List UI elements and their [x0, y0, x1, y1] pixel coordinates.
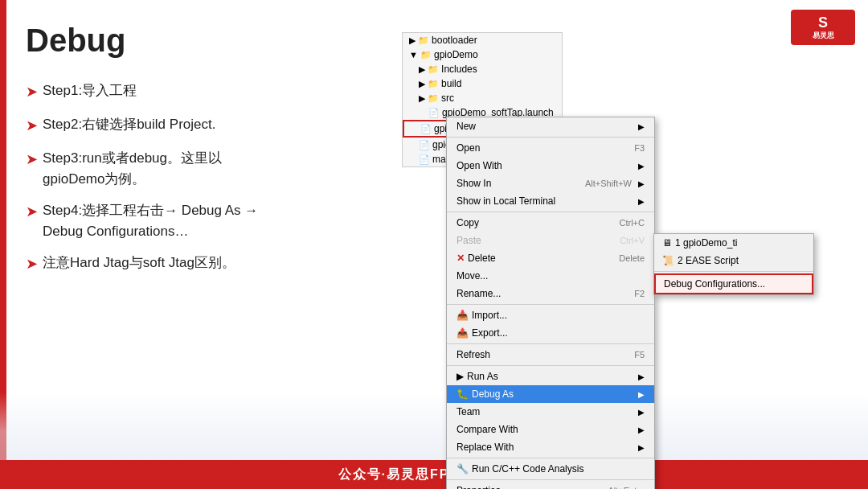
menu-arrow-show-terminal: ▶: [638, 197, 645, 206]
file-icon-gpiode: 📄: [420, 124, 432, 134]
step-text-5: 注意Hard Jtag与soft Jtag区别。: [43, 253, 379, 273]
menu-separator-3: [447, 304, 654, 305]
import-icon: 📥: [457, 310, 469, 321]
menu-item-import[interactable]: 📥 Import...: [447, 306, 654, 324]
tree-item-includes[interactable]: ▶ 📁 Includes: [403, 62, 562, 76]
menu-item-show-in[interactable]: Show In Alt+Shift+W ▶: [447, 175, 654, 192]
page-title: Debug: [26, 23, 125, 59]
menu-item-open[interactable]: Open F3: [447, 139, 654, 157]
file-icon-launch: 📄: [428, 108, 440, 118]
menu-arrow-new: ▶: [638, 122, 645, 131]
menu-label-replace-with: Replace With: [457, 442, 514, 453]
submenu-separator-1: [654, 271, 813, 272]
menu-arrow-run-as: ▶: [638, 372, 645, 381]
menu-item-team[interactable]: Team ▶: [447, 403, 654, 421]
menu-label-delete: Delete: [468, 253, 496, 264]
step-5: ➤ 注意Hard Jtag与soft Jtag区别。: [26, 253, 379, 275]
menu-label-run-analysis: Run C/C++ Code Analysis: [472, 463, 583, 475]
ease-script-icon: 📜: [662, 255, 674, 266]
submenu-label-debug-configurations: Debug Configurations...: [664, 278, 765, 290]
step-arrow-3: ➤: [26, 149, 38, 171]
logo: S 易灵思: [791, 10, 855, 45]
file-icon-gpiode2: 📄: [419, 140, 430, 150]
menu-shortcut-show-in: Alt+Shift+W: [585, 179, 632, 188]
menu-shortcut-refresh: F5: [634, 350, 645, 360]
tree-item-build[interactable]: ▶ 📁 build: [403, 76, 562, 91]
tree-label-src: src: [441, 92, 454, 104]
step-arrow-4: ➤: [26, 201, 38, 223]
step-3: ➤ Step3:run或者debug。这里以gpioDemo为例。: [26, 148, 379, 189]
menu-label-copy: Copy: [457, 217, 479, 228]
menu-label-open: Open: [457, 142, 480, 154]
submenu-item-gpiodemo-ti[interactable]: 🖥 1 gpioDemo_ti: [654, 234, 813, 252]
run-as-icon: ▶: [457, 371, 464, 382]
tree-item-gpiodemo[interactable]: ▼ 📁 gpioDemo: [403, 47, 562, 62]
menu-item-refresh[interactable]: Refresh F5: [447, 346, 654, 364]
menu-arrow-debug-as: ▶: [638, 390, 645, 399]
tree-label-build: build: [441, 78, 461, 89]
menu-shortcut-paste: Ctrl+V: [620, 236, 645, 245]
step-2: ➤ Step2:右键选择build Project.: [26, 114, 379, 137]
step-text-4: Step4:选择工程右击→ Debug As →Debug Configurat…: [43, 200, 379, 241]
debug-as-submenu: 🖥 1 gpioDemo_ti 📜 2 EASE Script Debug Co…: [653, 233, 814, 295]
menu-item-compare-with[interactable]: Compare With ▶: [447, 421, 654, 438]
menu-item-delete[interactable]: ✕ Delete Delete: [447, 249, 654, 267]
menu-label-show-in: Show In: [457, 178, 491, 189]
step-4: ➤ Step4:选择工程右击→ Debug As →Debug Configur…: [26, 200, 379, 241]
tree-item-src[interactable]: ▶ 📁 src: [403, 91, 562, 105]
menu-item-rename[interactable]: Rename... F2: [447, 285, 654, 302]
menu-item-move[interactable]: Move...: [447, 267, 654, 285]
step-arrow-5: ➤: [26, 253, 38, 275]
menu-label-export: Export...: [472, 327, 508, 339]
menu-item-new[interactable]: New ▶: [447, 117, 654, 135]
menu-arrow-open-with: ▶: [638, 162, 645, 171]
submenu-item-ease-script[interactable]: 📜 2 EASE Script: [654, 252, 813, 269]
step-arrow-1: ➤: [26, 81, 38, 103]
export-icon: 📤: [457, 327, 469, 339]
menu-item-properties[interactable]: Properties Alt+Enter: [447, 482, 654, 489]
menu-item-copy[interactable]: Copy Ctrl+C: [447, 214, 654, 232]
step-1: ➤ Step1:导入工程: [26, 80, 379, 103]
menu-item-replace-with[interactable]: Replace With ▶: [447, 438, 654, 456]
menu-item-run-analysis[interactable]: 🔧 Run C/C++ Code Analysis: [447, 460, 654, 478]
menu-label-rename: Rename...: [457, 288, 501, 299]
submenu-label-gpiodemo-ti: 1 gpioDemo_ti: [675, 237, 737, 249]
menu-label-show-terminal: Show in Local Terminal: [457, 195, 555, 207]
bottom-bar: 公众号·易灵思FPGA技术交流: [0, 460, 868, 489]
context-menu: New ▶ Open F3 Open With ▶ Show In Alt+Sh…: [446, 117, 655, 489]
menu-item-run-as[interactable]: ▶ Run As ▶: [447, 368, 654, 385]
menu-separator-4: [447, 343, 654, 344]
steps-container: ➤ Step1:导入工程 ➤ Step2:右键选择build Project. …: [26, 80, 379, 286]
menu-label-debug-as: Debug As: [472, 388, 514, 400]
gpiodemo-ti-icon: 🖥: [662, 237, 672, 249]
delete-x-icon: ✕: [457, 253, 465, 264]
debug-as-icon: 🐛: [457, 388, 469, 400]
tree-item-bootloader[interactable]: ▶ 📁 bootloader: [403, 33, 562, 47]
menu-item-debug-as[interactable]: 🐛 Debug As ▶: [447, 385, 654, 403]
tree-label-bootloader: bootloader: [432, 35, 477, 46]
submenu-item-debug-configurations[interactable]: Debug Configurations...: [654, 273, 813, 294]
menu-label-compare-with: Compare With: [457, 424, 518, 435]
menu-arrow-replace-with: ▶: [638, 443, 645, 452]
menu-label-run-as: Run As: [467, 371, 498, 382]
menu-label-move: Move...: [457, 270, 488, 281]
menu-shortcut-properties: Alt+Enter: [608, 486, 645, 489]
menu-arrow-team: ▶: [638, 408, 645, 417]
menu-shortcut-delete: Delete: [619, 253, 645, 263]
menu-item-export[interactable]: 📤 Export...: [447, 324, 654, 342]
step-text-1: Step1:导入工程: [43, 80, 379, 101]
menu-label-import: Import...: [472, 310, 507, 321]
menu-item-show-terminal[interactable]: Show in Local Terminal ▶: [447, 192, 654, 210]
menu-shortcut-open: F3: [634, 143, 645, 153]
step-text-3: Step3:run或者debug。这里以gpioDemo为例。: [43, 148, 379, 189]
menu-item-paste[interactable]: Paste Ctrl+V: [447, 232, 654, 249]
menu-item-open-with[interactable]: Open With ▶: [447, 157, 654, 175]
folder-icon-build: ▶ 📁: [419, 79, 439, 89]
menu-label-refresh: Refresh: [457, 349, 490, 360]
menu-label-open-with: Open With: [457, 160, 502, 171]
menu-separator-6: [447, 458, 654, 458]
menu-arrow-show-in: ▶: [638, 179, 645, 188]
menu-separator-1: [447, 137, 654, 138]
menu-shortcut-copy: Ctrl+C: [620, 218, 645, 228]
menu-separator-5: [447, 365, 654, 366]
